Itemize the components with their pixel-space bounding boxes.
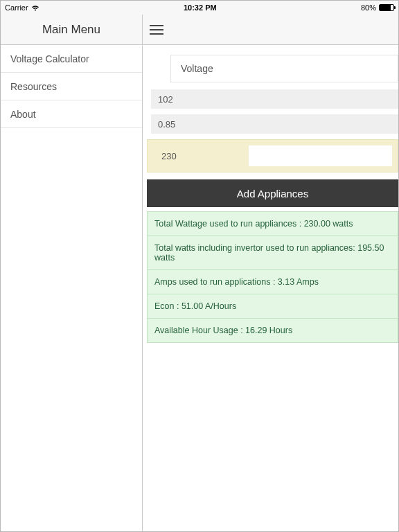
sidebar-title: Main Menu [1,15,143,44]
status-right: 80% [361,3,394,12]
main-content: Voltage 102 0.85 230 Add Appliances Tota… [143,45,398,531]
header-bar: Main Menu [1,15,398,45]
sidebar-item-resources[interactable]: Resources [1,73,142,100]
input-field-1[interactable]: 102 [151,89,398,109]
voltage-card[interactable]: Voltage [170,55,398,82]
result-econ: Econ : 51.00 A/Hours [147,294,398,318]
sidebar-item-voltage-calculator[interactable]: Voltage Calculator [1,45,142,73]
wifi-icon [31,5,39,11]
sidebar-item-about[interactable]: About [1,100,142,128]
app-body: Voltage Calculator Resources About Volta… [1,45,398,531]
highlighted-input-value: 230 [153,145,249,166]
battery-icon [379,4,394,11]
result-amps: Amps used to run applications : 3.13 Amp… [147,269,398,294]
menu-icon[interactable] [150,25,163,35]
clock: 10:32 PM [39,3,361,12]
input-field-2[interactable]: 0.85 [151,114,398,134]
app-window: Carrier 10:32 PM 80% Main Menu Voltage C… [0,0,399,532]
add-appliances-button[interactable]: Add Appliances [147,179,398,207]
highlighted-input-group: 230 [147,139,398,172]
status-bar: Carrier 10:32 PM 80% [1,1,398,15]
highlighted-input-row[interactable]: 230 [153,145,392,166]
result-available-hours: Available Hour Usage : 16.29 Hours [147,318,398,343]
result-total-watts-invertor: Total watts including invertor used to r… [147,236,398,269]
form-section: Voltage 102 0.85 230 Add Appliances Tota… [143,55,398,343]
result-total-wattage: Total Wattage used to run appliances : 2… [147,211,398,236]
sidebar: Voltage Calculator Resources About [1,45,143,531]
main-header [143,15,398,44]
carrier-label: Carrier [5,3,28,12]
battery-percent: 80% [361,3,376,12]
status-left: Carrier [5,3,39,12]
